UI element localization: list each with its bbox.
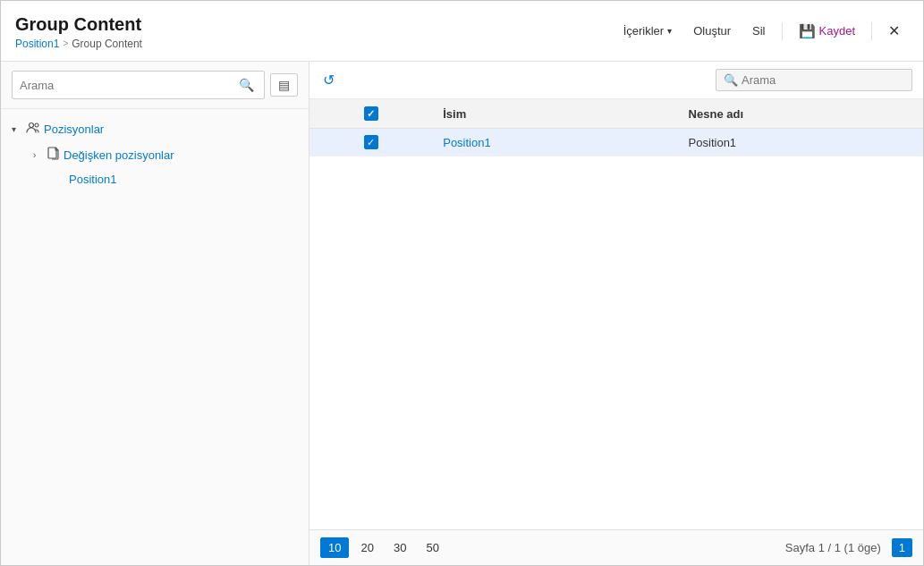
right-search-wrap: 🔍 xyxy=(716,69,912,91)
kaydet-button[interactable]: 💾 Kaydet xyxy=(790,18,864,45)
close-button[interactable]: ✕ xyxy=(879,17,909,45)
header: Group Content Position1 > Group Content … xyxy=(1,1,923,62)
grid-view-button[interactable]: ▤ xyxy=(270,73,298,97)
header-left: Group Content Position1 > Group Content xyxy=(15,13,142,50)
position1-label: Position1 xyxy=(69,173,116,186)
main-body: 🔍 ▤ ▾ xyxy=(1,62,923,565)
sil-label: Sil xyxy=(752,24,765,38)
people-icon xyxy=(26,121,40,138)
kaydet-label: Kaydet xyxy=(819,24,855,38)
col-object-header: Nesne adı xyxy=(678,99,923,129)
tree-grandchild-position1: Position1 xyxy=(22,168,309,190)
select-all-checkbox[interactable]: ✓ xyxy=(364,106,378,121)
row-object-cell: Position1 xyxy=(678,129,923,156)
page-size-50[interactable]: 50 xyxy=(418,537,446,558)
degisken-label: Değişken pozisyonlar xyxy=(64,148,174,162)
search-icon-button[interactable]: 🔍 xyxy=(236,75,257,95)
refresh-button[interactable]: ↺ xyxy=(320,69,337,91)
checkmark-icon: ✓ xyxy=(367,109,375,119)
tree-node-position1[interactable]: Position1 xyxy=(44,168,309,190)
grid-icon: ▤ xyxy=(278,78,290,92)
olustur-label: Oluştur xyxy=(693,24,731,38)
pagination-footer: 10 20 30 50 Sayfa 1 / 1 (1 öge) 1 xyxy=(309,529,923,565)
page-size-10[interactable]: 10 xyxy=(320,537,349,558)
expand-arrow-icon: ▾ xyxy=(12,124,22,134)
svg-point-0 xyxy=(30,123,34,128)
tree-area: ▾ Pozisyonlar › xyxy=(1,109,309,565)
page-info: Sayfa 1 / 1 (1 öge) xyxy=(785,541,881,554)
icerikler-button[interactable]: İçerikler ▾ xyxy=(615,19,682,43)
sil-button[interactable]: Sil xyxy=(743,19,774,43)
save-icon: 💾 xyxy=(799,23,816,39)
tree-node-pozisyonlar[interactable]: ▾ Pozisyonlar xyxy=(1,116,309,142)
search-icon: 🔍 xyxy=(239,78,254,92)
page-size-20[interactable]: 20 xyxy=(352,537,381,558)
page-title: Group Content xyxy=(15,13,142,36)
right-search-icon: 🔍 xyxy=(724,73,738,87)
breadcrumb-separator: > xyxy=(63,38,68,48)
table-row[interactable]: ✓ Position1 Position1 xyxy=(309,129,923,156)
document-icon xyxy=(47,147,60,164)
separator xyxy=(782,22,783,40)
left-panel: 🔍 ▤ ▾ xyxy=(1,62,309,565)
right-toolbar: ↺ 🔍 xyxy=(309,62,923,99)
olustur-button[interactable]: Oluştur xyxy=(684,19,740,43)
row-checkbox[interactable]: ✓ xyxy=(364,135,378,149)
right-panel: ↺ 🔍 ✓ xyxy=(309,62,923,565)
search-input[interactable] xyxy=(20,79,233,92)
right-search-input[interactable] xyxy=(742,73,904,87)
icerikler-dropdown-icon: ▾ xyxy=(667,26,672,36)
svg-point-1 xyxy=(35,123,38,127)
close-icon: ✕ xyxy=(888,22,900,39)
col-name-header: İsim xyxy=(432,99,677,129)
breadcrumb: Position1 > Group Content xyxy=(15,38,142,50)
header-actions: İçerikler ▾ Oluştur Sil 💾 Kaydet ✕ xyxy=(615,17,909,45)
separator2 xyxy=(871,22,872,40)
current-page-button[interactable]: 1 xyxy=(892,538,912,557)
search-input-wrap: 🔍 xyxy=(12,71,265,99)
col-checkbox-header: ✓ xyxy=(309,99,432,129)
table-area: ✓ İsim Nesne adı xyxy=(309,99,923,529)
page-size-30[interactable]: 30 xyxy=(386,537,414,558)
search-bar: 🔍 ▤ xyxy=(1,62,309,109)
breadcrumb-parent[interactable]: Position1 xyxy=(15,38,59,50)
expand-arrow-degisken-icon: › xyxy=(33,150,44,160)
row-name-cell: Position1 xyxy=(432,129,677,156)
main-window: Group Content Position1 > Group Content … xyxy=(0,0,924,566)
tree-node-degisken[interactable]: › Değişken pozisyonlar xyxy=(22,142,309,168)
icerikler-label: İçerikler xyxy=(623,24,665,38)
row-checkmark-icon: ✓ xyxy=(367,138,375,148)
breadcrumb-current: Group Content xyxy=(72,38,142,50)
tree-child-degisken: › Değişken pozisyonlar xyxy=(1,142,309,190)
row-checkbox-cell: ✓ xyxy=(309,129,432,156)
content-table: ✓ İsim Nesne adı xyxy=(309,99,923,156)
pozisyonlar-label: Pozisyonlar xyxy=(44,122,104,136)
refresh-icon: ↺ xyxy=(323,72,335,88)
table-header-row: ✓ İsim Nesne adı xyxy=(309,99,923,129)
